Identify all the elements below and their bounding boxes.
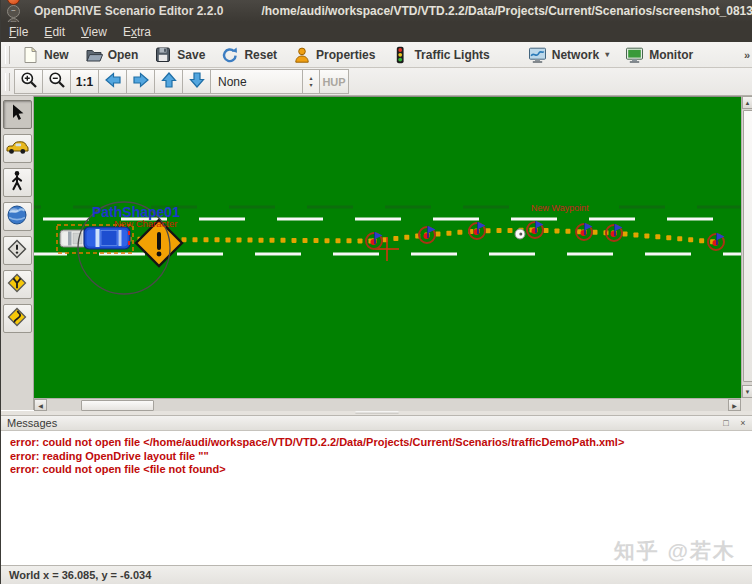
- error-message: error: could not open file <file not fou…: [10, 463, 752, 477]
- pedestrian-tool[interactable]: [3, 168, 32, 197]
- scroll-down-icon[interactable]: ▼: [742, 385, 752, 398]
- globe-icon: [6, 204, 28, 230]
- toolbar-button-traffic-lights[interactable]: Traffic Lights: [385, 44, 495, 66]
- vertical-scrollbar[interactable]: ▲ ▼: [741, 96, 752, 398]
- arrow-right-icon: [131, 70, 151, 94]
- vertical-scroll-thumb[interactable]: [743, 110, 752, 382]
- scenario-canvas-drawing[interactable]: PathShape01New CharacterNew Waypoint: [34, 97, 741, 399]
- zoom-in-icon: [19, 70, 39, 94]
- toolbar-button-save[interactable]: Save: [148, 44, 211, 66]
- toolbar-overflow-icon[interactable]: »: [744, 49, 750, 61]
- menu-bar: FileEditViewExtra: [1, 22, 752, 42]
- scroll-up-icon[interactable]: ▲: [742, 96, 752, 109]
- messages-float-button[interactable]: □: [719, 416, 733, 430]
- pan-up-button[interactable]: [154, 69, 183, 94]
- curve-sign-icon: [6, 306, 28, 332]
- zoom-in-button[interactable]: [14, 69, 43, 94]
- zoom-out-button[interactable]: [42, 69, 71, 94]
- menu-item-extra[interactable]: Extra: [115, 23, 159, 41]
- messages-close-button[interactable]: ×: [736, 416, 750, 430]
- pedestrian-icon: [6, 170, 28, 196]
- open-folder-icon: [85, 46, 103, 64]
- error-message: error: could not open file </home/audi/w…: [10, 436, 752, 450]
- arrow-up-icon: [159, 70, 179, 94]
- scale-combobox-value: None: [211, 75, 302, 89]
- select-tool[interactable]: [3, 100, 32, 129]
- title-bar: ×−□ OpenDRIVE Scenario Editor 2.2.0 /hom…: [1, 0, 752, 22]
- window-file-path: /home/audi/workspace/VTD/VTD.2.2/Data/Pr…: [261, 4, 752, 18]
- toolbar-grip[interactable]: [5, 73, 10, 91]
- view-toolbar: 1:1 None ▴▾ HUP: [1, 68, 752, 96]
- toolbar-button-new[interactable]: New: [15, 44, 75, 66]
- scenario-canvas[interactable]: PathShape01New CharacterNew Waypoint: [34, 96, 741, 398]
- window-title: OpenDRIVE Scenario Editor 2.2.0: [34, 4, 223, 18]
- toolbar-button-reset[interactable]: Reset: [215, 44, 283, 66]
- properties-icon: [293, 46, 311, 64]
- save-icon: [154, 46, 172, 64]
- waypoint-name-label: New Waypoint: [531, 203, 589, 213]
- toolbar-button-label: Monitor: [649, 48, 693, 62]
- toolbar-button-label: Network: [552, 48, 599, 62]
- status-bar: World x = 36.085, y = -6.034: [1, 565, 752, 584]
- junction-sign-tool[interactable]: [3, 270, 32, 299]
- tool-palette: [1, 96, 34, 410]
- status-coordinates: World x = 36.085, y = -6.034: [1, 569, 151, 581]
- reset-icon: [221, 46, 239, 64]
- chevron-down-icon[interactable]: ▾: [605, 50, 609, 59]
- hup-button[interactable]: HUP: [319, 69, 349, 94]
- menu-item-view[interactable]: View: [73, 23, 115, 41]
- messages-panel-header: Messages □×: [1, 415, 752, 431]
- character-name-label: New Character: [114, 218, 177, 229]
- arrow-down-icon: [187, 70, 207, 94]
- minimize-button[interactable]: −: [7, 5, 20, 18]
- error-message: error: reading OpenDrive layout file "": [10, 450, 752, 464]
- cursor-icon: [6, 102, 28, 128]
- toolbar-button-label: Properties: [316, 48, 375, 62]
- pan-left-button[interactable]: [98, 69, 127, 94]
- scroll-right-icon[interactable]: ▶: [728, 399, 741, 411]
- zoom-out-icon: [47, 70, 67, 94]
- toolbar-button-label: Open: [108, 48, 139, 62]
- close-button[interactable]: ×: [7, 0, 20, 5]
- horizontal-scrollbar[interactable]: ◀ ▶: [34, 398, 741, 411]
- curve-sign-tool[interactable]: [3, 304, 32, 333]
- speed-marker[interactable]: [515, 229, 525, 239]
- toolbar-button-open[interactable]: Open: [79, 44, 145, 66]
- vehicle-tool[interactable]: [3, 134, 32, 163]
- warning-sign-tool[interactable]: [3, 236, 32, 265]
- white-car[interactable]: [60, 230, 87, 247]
- combobox-spinner-icon[interactable]: ▴▾: [302, 70, 319, 93]
- blue-car[interactable]: [84, 227, 130, 249]
- branch-sign-icon: [6, 272, 28, 298]
- new-file-icon: [21, 46, 39, 64]
- horizontal-scroll-thumb[interactable]: [81, 400, 154, 411]
- menu-item-edit[interactable]: Edit: [36, 23, 73, 41]
- scrollbar-corner: [741, 398, 752, 411]
- network-icon: [528, 46, 547, 64]
- traffic-light-icon: [391, 46, 409, 64]
- toolbar-button-network[interactable]: Network▾: [522, 44, 615, 66]
- pan-down-button[interactable]: [182, 69, 211, 94]
- toolbar-button-monitor[interactable]: Monitor: [619, 44, 699, 66]
- car-icon: [5, 138, 29, 160]
- main-toolbar: NewOpenSaveResetPropertiesTraffic Lights…: [1, 42, 752, 68]
- messages-panel-title: Messages: [1, 417, 719, 429]
- menu-item-file[interactable]: File: [1, 23, 36, 41]
- scroll-left-icon[interactable]: ◀: [34, 399, 47, 411]
- watermark: 知乎 @若木: [614, 537, 736, 565]
- scale-combobox[interactable]: None ▴▾: [210, 69, 320, 94]
- world-tool[interactable]: [3, 202, 32, 231]
- monitor-icon: [625, 46, 644, 64]
- pan-right-button[interactable]: [126, 69, 155, 94]
- arrow-left-icon: [103, 70, 123, 94]
- toolbar-button-label: Save: [177, 48, 205, 62]
- zoom-1-1-button[interactable]: 1:1: [70, 69, 99, 94]
- toolbar-button-label: Reset: [244, 48, 277, 62]
- toolbar-button-properties[interactable]: Properties: [287, 44, 381, 66]
- warning-diamond-icon: [6, 238, 28, 264]
- toolbar-button-label: New: [44, 48, 69, 62]
- toolbar-grip[interactable]: [5, 46, 10, 64]
- toolbar-button-label: Traffic Lights: [414, 48, 489, 62]
